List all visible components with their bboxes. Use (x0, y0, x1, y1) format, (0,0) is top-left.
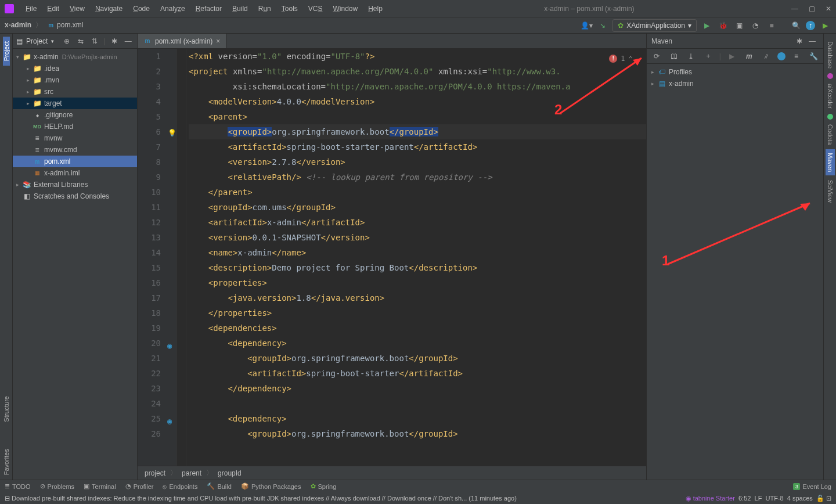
user-icon[interactable]: 👤▾ (580, 19, 593, 32)
build-hammer-icon[interactable]: ↘ (596, 19, 609, 32)
tool-terminal[interactable]: ▣ Terminal (84, 483, 116, 490)
profile-icon[interactable]: ◔ (749, 19, 762, 32)
menu-code[interactable]: Code (128, 2, 154, 15)
menu-file[interactable]: File (21, 2, 41, 15)
intention-bulb-icon[interactable]: 💡 (168, 125, 176, 141)
tree-row[interactable]: ▸📁target (13, 98, 137, 109)
menu-build[interactable]: Build (228, 2, 253, 15)
tree-row[interactable]: ▦x-admin.iml (13, 167, 137, 179)
tree-row[interactable]: ▸📁.mvn (13, 74, 137, 86)
indent-widget[interactable]: 4 spaces (787, 495, 813, 502)
right-tab-maven[interactable]: Maven (826, 149, 835, 175)
code-content[interactable]: <?xml version="1.0" encoding="UTF-8"?><p… (186, 49, 646, 466)
right-tab-codota[interactable]: Codota (827, 120, 834, 149)
maven-settings-icon[interactable]: 🔧 (807, 50, 820, 63)
debug-icon[interactable]: 🐞 (716, 19, 729, 32)
project-tree[interactable]: ▾📁x-adminD:\VueProj\x-admin▸📁.idea▸📁.mvn… (13, 49, 137, 480)
right-tab-database[interactable]: Database (827, 37, 834, 73)
code-editor[interactable]: 1234567891011121314151617181920212223242… (138, 49, 646, 466)
coverage-icon[interactable]: ▣ (733, 19, 745, 32)
collapse-all-icon[interactable]: ⇅ (89, 35, 100, 48)
menu-help[interactable]: Help (363, 2, 387, 15)
tab-close-icon[interactable]: × (216, 37, 220, 45)
project-view-chevron-icon[interactable]: ▾ (51, 38, 54, 44)
ide-settings-icon[interactable]: ▶ (819, 19, 831, 32)
left-tab-project[interactable]: Project (3, 37, 10, 66)
breadcrumb-project[interactable]: x-admin (5, 21, 31, 29)
generate-sources-icon[interactable]: 🕮 (668, 50, 680, 63)
tree-row[interactable]: ▾📁x-adminD:\VueProj\x-admin (13, 51, 137, 63)
breadcrumb-file[interactable]: pom.xml (57, 21, 83, 29)
close-icon[interactable]: ✕ (826, 5, 831, 13)
caret-position[interactable]: 6:52 (738, 495, 751, 502)
event-log-button[interactable]: 3 Event Log (793, 483, 831, 490)
add-icon[interactable]: ＋ (702, 50, 715, 63)
tabnine-widget[interactable]: ◉ tabnine Starter (686, 495, 735, 502)
menu-refactor[interactable]: Refactor (191, 2, 226, 15)
tool-todo[interactable]: ≣ TODO (5, 483, 31, 490)
tool-profiler[interactable]: ◔ Profiler (125, 483, 154, 490)
tree-row[interactable]: ▸📁src (13, 86, 137, 98)
prev-highlight-icon[interactable]: ⌃ (629, 51, 633, 66)
power-save-icon[interactable]: ⊡ (826, 495, 831, 502)
toggle-skip-tests-icon[interactable] (777, 52, 785, 60)
right-tab-sciview[interactable]: SciView (827, 175, 834, 207)
menu-view[interactable]: View (65, 2, 89, 15)
tree-row[interactable]: ▸📚External Libraries (13, 179, 137, 190)
maximize-icon[interactable]: ▢ (809, 5, 815, 13)
expand-all-icon[interactable]: ⇆ (75, 35, 86, 48)
maven-tree-row[interactable]: ▸▤x-admin (647, 78, 823, 89)
minimize-icon[interactable]: — (791, 5, 798, 13)
menu-tools[interactable]: Tools (277, 2, 302, 15)
run-maven-icon[interactable]: ▶ (726, 50, 738, 63)
menu-vcs[interactable]: VCS (304, 2, 327, 15)
reload-icon[interactable]: ⟳ (650, 50, 663, 63)
gutter-nav-icon[interactable]: ◉ (167, 338, 172, 353)
next-highlight-icon[interactable]: ⌄ (636, 51, 640, 66)
run-icon[interactable]: ▶ (700, 19, 713, 32)
menu-analyze[interactable]: Analyze (156, 2, 190, 15)
menu-navigate[interactable]: Navigate (91, 2, 127, 15)
left-tab-structure[interactable]: Structure (3, 391, 10, 427)
readonly-lock-icon[interactable]: 🔓 (816, 495, 824, 502)
maven-tree-row[interactable]: ▸🏷Profiles (647, 66, 823, 78)
tree-row[interactable]: ⬥.gitignore (13, 109, 137, 121)
crumb-parent[interactable]: parent (182, 469, 201, 477)
tool-problems[interactable]: ⊘ Problems (40, 483, 74, 490)
file-encoding[interactable]: UTF-8 (765, 495, 783, 502)
crumb-project[interactable]: project (145, 469, 165, 477)
gutter-nav-icon[interactable]: ◉ (167, 413, 172, 429)
crumb-groupid[interactable]: groupId (218, 469, 242, 477)
maven-tree[interactable]: ▸🏷Profiles▸▤x-admin (647, 64, 823, 480)
tree-row[interactable]: ≡mvnw (13, 132, 137, 144)
tree-row[interactable]: ◧Scratches and Consoles (13, 190, 137, 202)
toggle-offline-icon[interactable]: ⫽ (760, 50, 773, 63)
hide-panel-icon[interactable]: — (123, 35, 134, 48)
gear-icon[interactable]: ✱ (793, 35, 806, 48)
right-tab-aixcoder[interactable]: aiXcoder (827, 79, 834, 113)
run-config-selector[interactable]: ✿ XAdminApplication ▾ (612, 19, 697, 32)
tree-row[interactable]: mpom.xml (13, 156, 137, 167)
gear-icon[interactable]: ✱ (109, 35, 119, 48)
line-separator[interactable]: LF (755, 495, 762, 502)
maven-m-icon[interactable]: m (743, 50, 755, 63)
tool-build[interactable]: 🔨 Build (207, 483, 231, 490)
tree-row[interactable]: ≡mvnw.cmd (13, 144, 137, 156)
left-tab-favorites[interactable]: Favorites (3, 444, 10, 480)
menu-run[interactable]: Run (254, 2, 276, 15)
status-message[interactable]: Download pre-built shared indexes: Reduc… (12, 495, 517, 502)
stop-icon[interactable]: ■ (765, 19, 778, 32)
tool-python[interactable]: 📦 Python Packages (241, 483, 301, 490)
update-icon[interactable]: ↑ (806, 21, 815, 30)
fold-column[interactable] (177, 49, 186, 466)
download-icon[interactable]: ⤓ (684, 50, 697, 63)
hide-panel-icon[interactable]: — (806, 35, 819, 48)
inspection-widget[interactable]: ! 1 ⌃ ⌄ (609, 51, 640, 66)
show-deps-icon[interactable]: ≡ (790, 50, 803, 63)
select-opened-icon[interactable]: ⊕ (61, 35, 71, 48)
menu-window[interactable]: Window (328, 2, 362, 15)
tool-endpoints[interactable]: ⎋ Endpoints (163, 483, 197, 490)
tree-row[interactable]: MDHELP.md (13, 121, 137, 132)
tool-spring[interactable]: ✿ Spring (311, 483, 337, 490)
tree-row[interactable]: ▸📁.idea (13, 63, 137, 74)
